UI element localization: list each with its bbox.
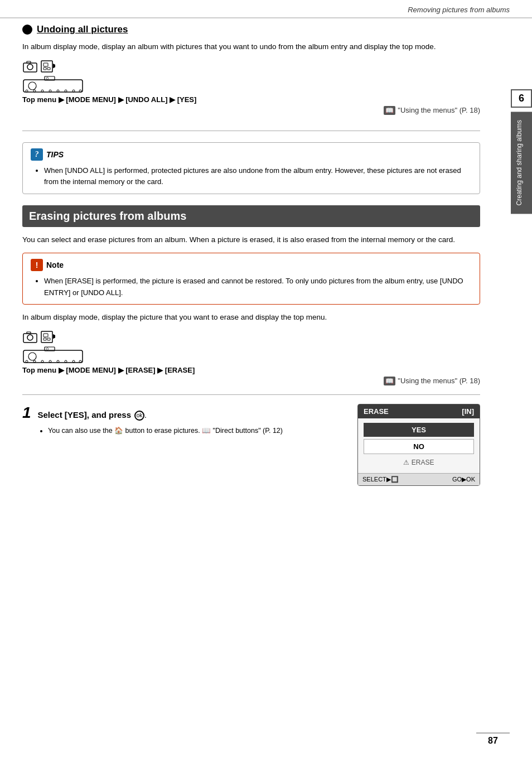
step-number: 1: [22, 404, 31, 422]
camera-mode-diagram: 0: [22, 75, 84, 93]
step-title: Select [YES], and press: [37, 410, 131, 420]
step-body-item-1: You can also use the 🏠 button to erase p…: [48, 425, 346, 436]
svg-rect-6: [47, 67, 50, 70]
svg-rect-28: [23, 350, 83, 363]
undoing-menu-instruction: Top menu ▶ [MODE MENU] ▶ [UNDO ALL] ▶ [Y…: [22, 95, 480, 104]
undoing-title-row: Undoing all pictures: [22, 24, 480, 35]
camera-icon: [22, 60, 38, 73]
camera-diagram-2: 0: [22, 346, 480, 364]
undoing-body: In album display mode, display an album …: [22, 41, 480, 53]
svg-point-29: [28, 353, 36, 360]
erase-dialog-header: ERASE [IN]: [358, 404, 480, 418]
tips-list: When [UNDO ALL] is performed, protected …: [31, 165, 472, 189]
step-1-row: 1 Select [YES], and press ok. You can al…: [22, 394, 480, 486]
note-label: Note: [46, 261, 64, 269]
svg-point-21: [27, 335, 33, 340]
page-header: Removing pictures from albums: [0, 0, 532, 18]
camera-icon-2: [22, 330, 38, 344]
undoing-section: Undoing all pictures In album display mo…: [22, 24, 480, 131]
header-title: Removing pictures from albums: [408, 6, 510, 14]
erase-warning: ⚠ ERASE: [364, 456, 474, 469]
camera-mode-diagram-2: 0: [22, 346, 84, 364]
erasing-menu-instruction-row: Top menu ▶ [MODE MENU] ▶ [ERASE] ▶ [ERAS…: [22, 366, 480, 385]
erase-footer-left: SELECT▶🔲: [362, 476, 399, 483]
erasing-section: Erasing pictures from albums You can sel…: [22, 205, 480, 385]
tips-box: ? TIPS When [UNDO ALL] is performed, pro…: [22, 142, 480, 195]
book-icon: 📖: [384, 106, 395, 115]
erasing-menu-ref: "Using the menus" (P. 18): [398, 377, 480, 385]
erase-yes-button[interactable]: YES: [364, 423, 474, 437]
erase-dialog-body: YES NO ⚠ ERASE: [358, 418, 480, 473]
erase-dialog-subtitle: [IN]: [462, 407, 474, 416]
svg-rect-5: [43, 67, 46, 70]
svg-point-1: [27, 64, 33, 70]
svg-rect-22: [27, 332, 31, 334]
svg-rect-26: [47, 338, 50, 340]
camera-icons-undoing: ▶: [22, 60, 480, 73]
svg-text:▶: ▶: [53, 332, 55, 339]
main-content: Undoing all pictures In album display mo…: [0, 18, 511, 503]
note-icon: !: [31, 259, 43, 271]
erase-warning-text: ERASE: [412, 459, 434, 466]
erase-dialog: ERASE [IN] YES NO ⚠ ERASE SELECT▶🔲 GO▶OK: [357, 404, 480, 486]
svg-rect-25: [43, 338, 46, 340]
undoing-menu-instruction-row: Top menu ▶ [MODE MENU] ▶ [UNDO ALL] ▶ [Y…: [22, 95, 480, 115]
step-title-period: .: [144, 411, 147, 420]
camera-diagram: 0: [22, 75, 480, 93]
album-icon: ▶: [41, 60, 55, 73]
note-title-row: ! Note: [31, 259, 472, 271]
note-box: ! Note When [ERASE] is performed, the pi…: [22, 253, 480, 305]
camera-icons-erasing: ▶: [22, 330, 480, 344]
svg-text:0: 0: [46, 76, 49, 80]
note-list: When [ERASE] is performed, the picture i…: [31, 276, 472, 299]
page-container: Removing pictures from albums 6 Creating…: [0, 0, 532, 757]
note-item-1: When [ERASE] is performed, the picture i…: [44, 276, 472, 299]
svg-rect-4: [43, 63, 48, 66]
tips-title-row: ? TIPS: [31, 148, 472, 161]
erasing-menu-instruction: Top menu ▶ [MODE MENU] ▶ [ERASE] ▶ [ERAS…: [22, 366, 480, 374]
svg-point-9: [28, 82, 36, 90]
svg-rect-2: [27, 61, 31, 63]
erasing-body: You can select and erase pictures from a…: [22, 234, 480, 246]
undoing-menu-ref: "Using the menus" (P. 18): [398, 106, 480, 114]
erasing-menu-ref-row: 📖 "Using the menus" (P. 18): [22, 377, 480, 385]
tips-item-1: When [UNDO ALL] is performed, protected …: [44, 165, 472, 189]
svg-rect-8: [23, 80, 83, 92]
step-body: You can also use the 🏠 button to erase p…: [22, 425, 346, 436]
svg-text:▶: ▶: [53, 62, 55, 69]
svg-rect-24: [43, 334, 48, 337]
step-title-row: 1 Select [YES], and press ok.: [22, 404, 346, 422]
erase-no-button[interactable]: NO: [364, 439, 474, 454]
erasing-menu-body: In album display mode, display the pictu…: [22, 311, 480, 324]
page-number: 87: [476, 732, 510, 746]
tips-icon: ?: [31, 148, 43, 161]
erasing-title: Erasing pictures from albums: [22, 205, 480, 227]
svg-text:0: 0: [46, 347, 49, 351]
erase-footer-right: GO▶OK: [452, 476, 475, 483]
chapter-label: Creating and sharing albums: [511, 112, 532, 214]
warning-icon: ⚠: [403, 459, 409, 466]
erase-dialog-footer: SELECT▶🔲 GO▶OK: [358, 473, 480, 485]
book-icon-2: 📖: [384, 377, 395, 385]
step-left: 1 Select [YES], and press ok. You can al…: [22, 404, 346, 436]
erase-dialog-title: ERASE: [364, 407, 389, 416]
bullet-circle-icon: [22, 25, 32, 35]
ok-circle-icon: ok: [134, 411, 144, 421]
album-icon-2: ▶: [41, 330, 55, 344]
chapter-number: 6: [511, 89, 532, 108]
undoing-title: Undoing all pictures: [37, 24, 128, 35]
undoing-menu-ref-row: 📖 "Using the menus" (P. 18): [22, 106, 480, 115]
tips-label: TIPS: [46, 150, 64, 159]
